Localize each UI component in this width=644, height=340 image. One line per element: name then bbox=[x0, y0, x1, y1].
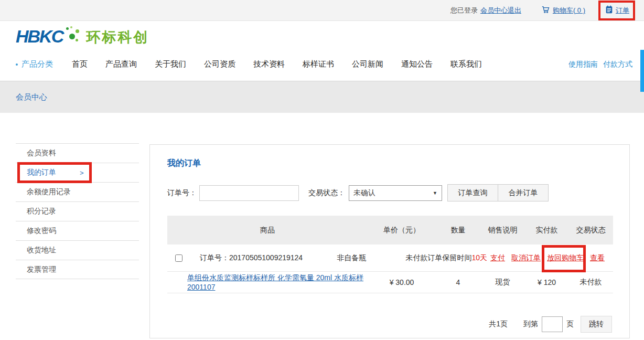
header-trade-status: 交易状态 bbox=[568, 226, 613, 235]
nav-category-label: 产品分类 bbox=[22, 59, 53, 69]
order-no-label: 订单号： bbox=[167, 188, 197, 198]
header-sale-note: 销售说明 bbox=[480, 226, 525, 235]
pay-link[interactable]: 支付 bbox=[490, 253, 505, 263]
pagination: 共1页 到第 页 跳转 bbox=[167, 316, 612, 333]
nav-items: 首页 产品查询 关于我们 公司资质 技术资料 标样证书 公司新闻 通知公告 联系… bbox=[72, 59, 482, 69]
trade-status-select[interactable]: 未确认 ▼ bbox=[349, 185, 442, 201]
sidebar-item-shipping-address[interactable]: 收货地址 bbox=[16, 240, 139, 260]
merge-orders-button[interactable]: 合并订单 bbox=[498, 184, 549, 201]
sidebar-item-label: 我的订单 bbox=[27, 168, 56, 177]
login-status-group: 您已登录 会员中心退出 bbox=[450, 6, 521, 15]
retain-time-text: 未付款订单保留时间 bbox=[405, 253, 471, 263]
goto-page-suffix: 页 bbox=[566, 320, 574, 329]
goto-page-prefix: 到第 bbox=[523, 320, 538, 329]
order-summary-row: 订单号：201705051009219124 非自备瓶 未付款订单保留时间 10… bbox=[167, 245, 613, 272]
orders-icon bbox=[605, 5, 613, 15]
order-filter-row: 订单号： 交易状态： 未确认 ▼ 订单查询 合并订单 bbox=[167, 184, 612, 201]
nav-item-certificates[interactable]: 标样证书 bbox=[303, 59, 334, 69]
order-no-input[interactable] bbox=[199, 185, 299, 201]
nav-item-about[interactable]: 关于我们 bbox=[155, 59, 186, 69]
sidebar-item-points-history[interactable]: 积分记录 bbox=[16, 201, 139, 221]
nav-item-qualifications[interactable]: 公司资质 bbox=[204, 59, 235, 69]
goto-page-input[interactable] bbox=[542, 316, 563, 332]
nav-item-company-news[interactable]: 公司新闻 bbox=[352, 59, 383, 69]
header-unit-price: 单价（元） bbox=[368, 226, 436, 235]
order-checkbox[interactable] bbox=[175, 254, 183, 262]
logo-molecule-icon bbox=[65, 26, 80, 45]
nav-item-technical-docs[interactable]: 技术资料 bbox=[253, 59, 285, 69]
sidebar-item-label: 发票管理 bbox=[27, 265, 56, 274]
retain-days: 10天 bbox=[471, 253, 487, 263]
sidebar-item-label: 积分记录 bbox=[27, 207, 56, 216]
sidebar-item-change-password[interactable]: 修改密码 bbox=[16, 221, 139, 240]
order-number-value: 201705051009219124 bbox=[229, 253, 303, 262]
dropdown-caret-icon: ▼ bbox=[433, 190, 437, 196]
jump-button[interactable]: 跳转 bbox=[581, 316, 612, 333]
product-paid-amount: ¥ 120 bbox=[525, 278, 568, 286]
nav-item-contact[interactable]: 联系我们 bbox=[450, 59, 482, 69]
orders-group[interactable]: 订单 bbox=[605, 5, 629, 15]
sidebar-item-invoice-management[interactable]: 发票管理 bbox=[16, 260, 139, 279]
cancel-order-link[interactable]: 取消订单 bbox=[511, 253, 541, 263]
put-back-to-cart-link[interactable]: 放回购物车 bbox=[547, 253, 584, 263]
product-trade-status: 未付款 bbox=[568, 278, 613, 287]
orders-link[interactable]: 订单 bbox=[616, 6, 629, 15]
bottle-note: 非自备瓶 bbox=[337, 253, 366, 263]
sidebar-item-label: 修改密码 bbox=[27, 226, 56, 236]
site-logo: HBKC 环标科创 bbox=[16, 26, 149, 45]
page-title: 我的订单 bbox=[167, 158, 612, 169]
product-name-cell: 单组份水质监测标样标样所 化学需氧量 20ml 水质标样2001107 bbox=[167, 273, 368, 291]
cart-group[interactable]: 购物车( 0 ) bbox=[541, 5, 585, 15]
order-actions-group: 未付款订单保留时间 10天 支付 取消订单 放回购物车 查看 bbox=[405, 253, 613, 263]
breadcrumb-band: 会员中心 bbox=[0, 81, 644, 113]
nav-item-notices[interactable]: 通知公告 bbox=[401, 59, 433, 69]
product-unit-price: ¥ 30.00 bbox=[368, 278, 436, 286]
sidebar-item-label: 收货地址 bbox=[27, 246, 56, 255]
put-back-label: 放回购物车 bbox=[547, 253, 584, 262]
sidebar-item-label: 余额使用记录 bbox=[27, 187, 71, 197]
sidebar-item-balance-history[interactable]: 余额使用记录 bbox=[16, 182, 139, 201]
product-link[interactable]: 单组份水质监测标样标样所 化学需氧量 20ml 水质标样2001107 bbox=[187, 273, 363, 291]
header-quantity: 数量 bbox=[436, 226, 480, 235]
my-orders-panel: 我的订单 订单号： 交易状态： 未确认 ▼ 订单查询 合并订单 商品 单价（元）… bbox=[149, 144, 630, 338]
cart-icon bbox=[541, 5, 550, 15]
header-paid: 实付款 bbox=[525, 226, 568, 235]
main-nav: 产品分类 首页 产品查询 关于我们 公司资质 技术资料 标样证书 公司新闻 通知… bbox=[0, 52, 644, 76]
nav-item-home[interactable]: 首页 bbox=[72, 59, 88, 69]
sidebar-item-label: 会员资料 bbox=[27, 148, 56, 158]
sidebar-item-member-info[interactable]: 会员资料 bbox=[16, 143, 139, 163]
top-bar: 您已登录 会员中心退出 购物车( 0 ) bbox=[0, 0, 644, 21]
logo-company-name: 环标科创 bbox=[86, 29, 149, 45]
bullet-dot-icon bbox=[16, 63, 18, 66]
order-number-label: 订单号： bbox=[200, 253, 229, 262]
cart-link[interactable]: 购物车( 0 ) bbox=[553, 6, 585, 15]
logged-in-text: 您已登录 bbox=[450, 6, 478, 15]
view-order-link[interactable]: 查看 bbox=[590, 253, 605, 263]
nav-item-product-search[interactable]: 产品查询 bbox=[105, 59, 137, 69]
nav-right-links: 使用指南 付款方式 bbox=[568, 60, 632, 69]
order-query-button[interactable]: 订单查询 bbox=[447, 184, 498, 201]
product-row: 单组份水质监测标样标样所 化学需氧量 20ml 水质标样2001107 ¥ 30… bbox=[167, 272, 613, 293]
orders-table-header: 商品 单价（元） 数量 销售说明 实付款 交易状态 bbox=[167, 216, 613, 245]
sidebar-item-my-orders[interactable]: 我的订单 > bbox=[16, 163, 139, 182]
header-product: 商品 bbox=[167, 226, 368, 235]
logout-link[interactable]: 会员中心退出 bbox=[480, 6, 521, 15]
product-sale-note: 现货 bbox=[480, 278, 525, 287]
user-guide-link[interactable]: 使用指南 bbox=[568, 60, 598, 69]
payment-method-link[interactable]: 付款方式 bbox=[603, 60, 632, 69]
site-header: HBKC 环标科创 bbox=[0, 21, 644, 52]
right-edge-scrollbar[interactable] bbox=[640, 50, 644, 92]
nav-product-categories[interactable]: 产品分类 bbox=[16, 59, 53, 69]
breadcrumb-title: 会员中心 bbox=[16, 92, 47, 102]
member-sidebar: 会员资料 我的订单 > 余额使用记录 积分记录 修改密码 收货地址 发票管理 bbox=[16, 143, 139, 279]
page: 您已登录 会员中心退出 购物车( 0 ) bbox=[0, 0, 644, 340]
trade-status-value: 未确认 bbox=[353, 188, 375, 198]
trade-status-label: 交易状态： bbox=[308, 188, 345, 198]
total-pages-text: 共1页 bbox=[489, 320, 508, 329]
chevron-right-icon: > bbox=[80, 169, 84, 177]
product-quantity: 4 bbox=[436, 278, 480, 286]
orders-table: 商品 单价（元） 数量 销售说明 实付款 交易状态 订单号：2017050510… bbox=[167, 216, 613, 293]
logo-abbr-text: HBKC bbox=[16, 27, 63, 45]
order-number: 订单号：201705051009219124 bbox=[200, 253, 303, 263]
